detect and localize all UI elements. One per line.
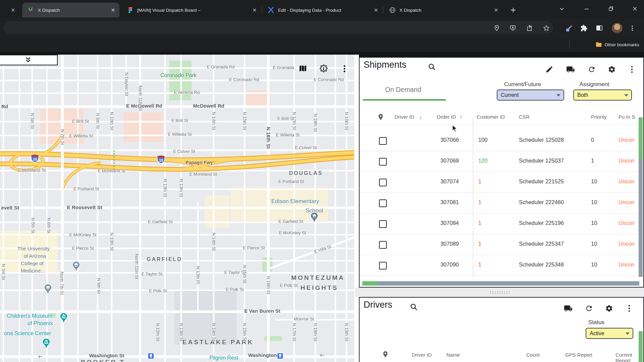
csr-cell: Scheduler 225347 bbox=[519, 241, 564, 247]
tab-close-icon[interactable] bbox=[493, 7, 499, 13]
transit-station-icon[interactable] bbox=[277, 353, 283, 359]
col-gps-report[interactable]: GPS Report bbox=[565, 352, 592, 358]
table-row[interactable]: 307066100Scheduler 1250280Uncon bbox=[360, 130, 640, 151]
tab-x-dispatch-2[interactable]: X Dispatch bbox=[384, 3, 502, 17]
panel-kebab-icon[interactable] bbox=[627, 65, 637, 74]
tab-partial[interactable] bbox=[0, 3, 21, 17]
truck-icon[interactable] bbox=[566, 65, 575, 74]
tab-on-demand[interactable]: On Demand bbox=[366, 86, 441, 94]
table-row[interactable]: 3070741Scheduler 22152510Uncon bbox=[360, 172, 640, 193]
sort-desc-icon[interactable]: ↓ bbox=[419, 114, 422, 121]
row-checkbox[interactable] bbox=[379, 220, 387, 228]
row-checkbox[interactable] bbox=[379, 241, 387, 249]
colorpicker-extension-icon[interactable] bbox=[565, 24, 574, 33]
other-bookmarks-button[interactable]: Other bookmarks bbox=[596, 40, 639, 49]
horizontal-scrollbar[interactable] bbox=[362, 281, 639, 286]
settings-gear-icon[interactable] bbox=[604, 304, 614, 313]
share-icon[interactable] bbox=[525, 24, 534, 33]
col-current-report[interactable]: Current Report bbox=[615, 352, 640, 362]
profile-avatar[interactable] bbox=[612, 23, 623, 34]
transit-station-icon[interactable] bbox=[148, 353, 154, 359]
tab-jira-edit[interactable]: Edit - Displaying Data - Product bbox=[262, 3, 382, 17]
table-row[interactable]: 3070891Scheduler 22534710Uncon bbox=[360, 234, 640, 255]
col-priority[interactable]: Priority bbox=[591, 114, 607, 120]
minimize-button[interactable] bbox=[579, 2, 594, 15]
panel-kebab-icon[interactable] bbox=[625, 304, 634, 313]
col-csr[interactable]: CSR bbox=[519, 114, 530, 120]
svg-text:10: 10 bbox=[33, 157, 37, 161]
horizontal-scrollbar-thumb[interactable] bbox=[362, 281, 378, 286]
museum-pin[interactable] bbox=[59, 312, 68, 324]
chevron-down-icon bbox=[624, 94, 628, 97]
table-row[interactable]: 3070841Scheduler 22519610Uncon bbox=[360, 213, 640, 234]
map-mode-icon[interactable] bbox=[298, 64, 308, 74]
col-driver-id[interactable]: Driver ID bbox=[394, 114, 414, 120]
school-pin[interactable] bbox=[310, 212, 319, 224]
tab-close-icon[interactable] bbox=[110, 7, 116, 13]
sort-asc-icon[interactable]: ↑ bbox=[460, 114, 463, 121]
priority-cell: 10 bbox=[591, 199, 597, 205]
row-checkbox[interactable] bbox=[379, 137, 387, 145]
museum-pin[interactable] bbox=[42, 338, 51, 350]
university-pin[interactable] bbox=[72, 261, 80, 273]
map-collapse-bar[interactable] bbox=[0, 55, 58, 65]
tab-close-icon[interactable] bbox=[252, 7, 258, 13]
vertical-scrollbar-track[interactable] bbox=[639, 159, 643, 277]
row-checkbox[interactable] bbox=[379, 199, 387, 207]
map-label: E Polk St bbox=[226, 287, 244, 292]
table-row[interactable]: 3070901Scheduler 22534810Uncon bbox=[360, 255, 640, 276]
row-checkbox[interactable] bbox=[379, 262, 387, 269]
new-tab-button[interactable] bbox=[506, 3, 520, 17]
csr-cell: Scheduler 225348 bbox=[519, 261, 564, 268]
map-label: North 7th St bbox=[59, 272, 64, 295]
table-row[interactable]: 307069120Scheduler 1250371Uncon bbox=[360, 151, 640, 172]
tab-figma-board[interactable]: [MAIN] Visual Dispatch Board – bbox=[121, 3, 261, 17]
tab-close-icon[interactable] bbox=[373, 7, 379, 13]
browser-menu-kebab-icon[interactable] bbox=[628, 24, 637, 33]
row-checkbox[interactable] bbox=[379, 158, 387, 166]
map-more-kebab-icon[interactable] bbox=[339, 64, 350, 74]
assignment-dropdown[interactable]: Both bbox=[573, 89, 632, 101]
refresh-icon[interactable] bbox=[587, 65, 596, 74]
install-app-icon[interactable] bbox=[508, 24, 517, 33]
col-order-id[interactable]: Order ID bbox=[437, 114, 456, 120]
map-style-settings-icon[interactable] bbox=[319, 64, 329, 74]
vertical-scrollbar-thumb[interactable] bbox=[639, 331, 643, 362]
col-name[interactable]: Name bbox=[446, 352, 460, 358]
col-driver-id[interactable]: Driver ID bbox=[412, 352, 432, 358]
edit-pencil-icon[interactable] bbox=[545, 65, 554, 74]
location-pin-icon[interactable] bbox=[492, 24, 501, 33]
col-customer-id[interactable]: Customer ID bbox=[477, 114, 505, 120]
window-close-button[interactable] bbox=[627, 2, 643, 15]
pu-status-cell: Uncon bbox=[619, 199, 640, 205]
customer-id-cell: 100 bbox=[478, 137, 488, 143]
university-pin[interactable] bbox=[44, 284, 52, 296]
shipments-search-icon[interactable] bbox=[427, 62, 437, 72]
table-row[interactable]: 3070811Scheduler 22246010Uncon bbox=[360, 192, 640, 214]
truck-icon[interactable] bbox=[564, 304, 573, 313]
restore-button[interactable] bbox=[603, 2, 619, 15]
map-label: McDowell Rd bbox=[193, 103, 224, 109]
map-pane[interactable]: 10 10 E Granada RdE GranadaE Coronado Rd… bbox=[0, 55, 354, 362]
address-bar[interactable] bbox=[3, 21, 553, 34]
current-future-dropdown[interactable]: Current bbox=[497, 89, 564, 101]
panel-resize-divider[interactable] bbox=[355, 288, 644, 297]
col-count[interactable]: Count bbox=[526, 352, 540, 358]
side-panel-icon[interactable] bbox=[595, 24, 604, 33]
vertical-scrollbar-thumb[interactable] bbox=[639, 117, 643, 159]
status-dropdown[interactable]: Active bbox=[586, 328, 633, 339]
row-checkbox[interactable] bbox=[379, 179, 387, 186]
map-label: E McKinley St bbox=[279, 230, 306, 235]
settings-gear-icon[interactable] bbox=[607, 65, 616, 74]
col-pu-in-s[interactable]: Pu In S bbox=[619, 114, 635, 120]
tab-close-icon[interactable] bbox=[10, 7, 16, 13]
tab-x-dispatch[interactable]: X Dispatch bbox=[22, 3, 119, 17]
map-label: N 19th St bbox=[344, 112, 349, 130]
extensions-puzzle-icon[interactable] bbox=[580, 24, 588, 33]
map-label: E Willetta St bbox=[276, 132, 300, 137]
refresh-icon[interactable] bbox=[584, 304, 594, 313]
drivers-search-icon[interactable] bbox=[409, 302, 419, 312]
tab-search-chevron[interactable] bbox=[554, 2, 570, 15]
map-label: N 17th St bbox=[292, 323, 297, 341]
bookmark-star-icon[interactable] bbox=[542, 24, 551, 33]
